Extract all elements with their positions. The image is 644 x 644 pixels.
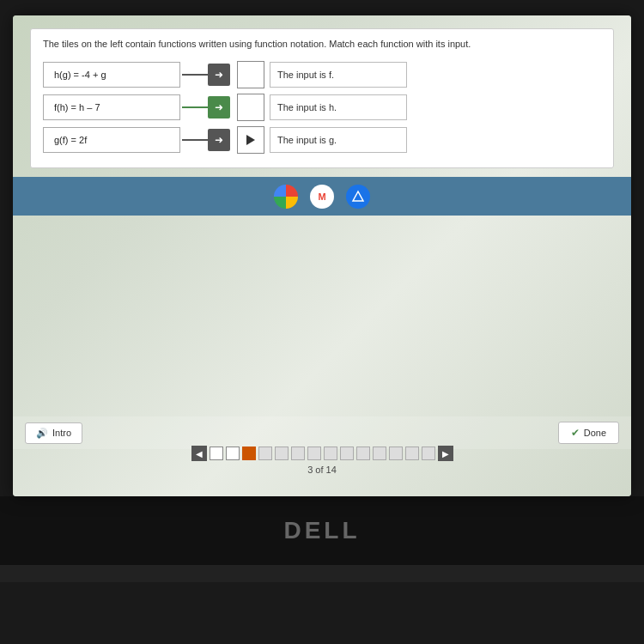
progress-bar: ◀ ▶ [191, 446, 453, 461]
arrow-button-3[interactable]: ➜ [208, 129, 230, 151]
arrow-connector-1: ➜ [182, 64, 230, 86]
match-row-1: h(g) = -4 + g ➜ The input is f. [43, 61, 601, 88]
drop-box-1[interactable] [237, 61, 264, 88]
activity-box: The tiles on the left contain functions … [30, 28, 614, 168]
arrow-line-3 [182, 139, 208, 141]
done-button[interactable]: ✔ Done [558, 422, 619, 444]
done-label: Done [584, 428, 606, 438]
input-label-3: The input is g. [270, 127, 407, 153]
progress-dot-10[interactable] [356, 447, 370, 460]
progress-dot-9[interactable] [340, 447, 354, 460]
intro-button[interactable]: 🔊 Intro [25, 422, 82, 444]
bottom-bar [0, 565, 644, 582]
next-button[interactable]: ▶ [438, 446, 453, 461]
progress-dot-3[interactable] [242, 447, 256, 460]
arrow-connector-3: ➜ [182, 129, 230, 151]
page-count: 3 of 14 [307, 465, 337, 475]
progress-dot-7[interactable] [307, 447, 321, 460]
progress-area: ◀ ▶ 3 of 14 [13, 446, 631, 475]
progress-dot-5[interactable] [275, 447, 289, 460]
match-row-2: f(h) = h – 7 ➜ The input is h. [43, 94, 601, 121]
prev-button[interactable]: ◀ [191, 446, 207, 461]
arrow-button-2[interactable]: ➜ [208, 96, 230, 118]
progress-dot-14[interactable] [422, 447, 435, 460]
svg-marker-0 [353, 191, 363, 201]
progress-dot-2[interactable] [226, 447, 240, 460]
intro-label: Intro [52, 428, 71, 438]
arrow-connector-2: ➜ [182, 96, 230, 118]
gmail-icon[interactable]: M [308, 183, 336, 210]
drop-box-2[interactable] [237, 94, 264, 121]
progress-dot-6[interactable] [291, 447, 305, 460]
progress-dot-12[interactable] [389, 447, 403, 460]
progress-dot-13[interactable] [405, 447, 419, 460]
drop-box-3[interactable] [237, 126, 264, 154]
progress-dot-11[interactable] [373, 447, 386, 460]
toolbar: 🔊 Intro ✔ Done [13, 416, 631, 449]
chrome-icon[interactable] [272, 183, 300, 210]
progress-dot-8[interactable] [324, 447, 337, 460]
drive-icon[interactable] [344, 183, 372, 210]
arrow-line-1 [182, 74, 208, 76]
checkmark-icon: ✔ [571, 427, 580, 439]
input-label-2: The input is h. [270, 94, 407, 120]
taskbar: M [13, 177, 631, 216]
progress-dot-4[interactable] [258, 447, 272, 460]
function-tile-2[interactable]: f(h) = h – 7 [43, 94, 180, 120]
match-row-3: g(f) = 2f ➜ The input is g. [43, 126, 601, 154]
instructions-text: The tiles on the left contain functions … [43, 38, 601, 51]
dell-logo: DELL [283, 517, 360, 544]
progress-dot-1[interactable] [210, 447, 223, 460]
dell-area: DELL [0, 496, 644, 565]
arrow-button-1[interactable]: ➜ [208, 64, 230, 86]
arrow-line-2 [182, 106, 208, 108]
function-tile-1[interactable]: h(g) = -4 + g [43, 62, 180, 88]
function-tile-3[interactable]: g(f) = 2f [43, 127, 180, 153]
input-label-1: The input is f. [270, 62, 407, 88]
speaker-icon: 🔊 [36, 428, 48, 439]
